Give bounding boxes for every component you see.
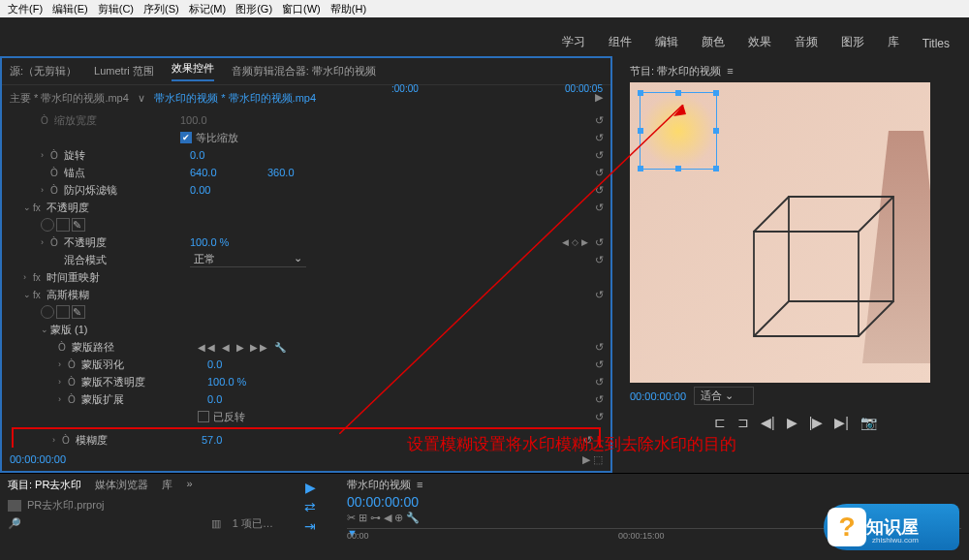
chevron-right-icon[interactable]: › bbox=[58, 377, 68, 387]
search-icon[interactable]: 🔎 bbox=[8, 517, 21, 530]
blend-mode-dropdown[interactable]: 正常⌄ bbox=[190, 252, 306, 267]
reset-icon[interactable]: ↺ bbox=[591, 114, 607, 127]
tab-mixer[interactable]: 音频剪辑混合器: 带水印的视频 bbox=[232, 64, 376, 78]
tab-media-browser[interactable]: 媒体浏览器 bbox=[95, 478, 148, 492]
ripple-tool-icon[interactable]: ⇄ bbox=[300, 499, 320, 514]
tab-project[interactable]: 项目: PR去水印 bbox=[8, 478, 81, 492]
tab-learn[interactable]: 学习 bbox=[550, 28, 597, 56]
tab-color[interactable]: 颜色 bbox=[690, 28, 736, 56]
tab-audio[interactable]: 音频 bbox=[783, 28, 829, 56]
filter-icon[interactable]: ▥ bbox=[211, 517, 221, 530]
chevron-right-icon[interactable]: › bbox=[41, 185, 50, 195]
pen-mask-icon[interactable]: ✎ bbox=[72, 305, 85, 319]
stopwatch-icon[interactable]: Ò bbox=[62, 435, 76, 446]
menu-help[interactable]: 帮助(H) bbox=[327, 2, 370, 16]
stopwatch-icon[interactable]: Ò bbox=[58, 342, 72, 353]
zoom-fit-dropdown[interactable]: 适合 ⌄ bbox=[694, 387, 754, 405]
end-icon[interactable]: ▶| bbox=[834, 415, 849, 430]
tab-editing[interactable]: 编辑 bbox=[643, 28, 690, 56]
stopwatch-icon[interactable]: Ò bbox=[68, 359, 81, 370]
fx-badge-icon[interactable]: fx bbox=[33, 290, 47, 300]
flicker-value[interactable]: 0.00 bbox=[190, 184, 267, 196]
rate-stretch-icon[interactable]: ⇥ bbox=[300, 518, 320, 534]
selection-tool-icon[interactable]: ▶ bbox=[300, 480, 320, 495]
current-time[interactable]: 00:00:00:00 bbox=[10, 453, 66, 465]
next-keyframe-icon[interactable]: ▶ bbox=[581, 237, 591, 247]
reset-icon[interactable]: ↺ bbox=[591, 149, 607, 162]
stopwatch-icon[interactable]: Ò bbox=[68, 377, 81, 388]
reset-icon[interactable]: ↺ bbox=[591, 236, 607, 249]
reset-icon[interactable]: ↺ bbox=[591, 289, 607, 301]
tab-libraries[interactable]: 库 bbox=[162, 478, 172, 492]
step-back-icon[interactable]: ◀| bbox=[761, 415, 775, 430]
menu-window[interactable]: 窗口(W) bbox=[278, 2, 325, 16]
menu-file[interactable]: 文件(F) bbox=[4, 2, 47, 16]
reset-icon[interactable]: ↺ bbox=[591, 202, 607, 214]
mark-in-icon[interactable]: ⊏ bbox=[714, 415, 726, 430]
tab-effect-controls[interactable]: 效果控件 bbox=[172, 61, 214, 81]
mask-feather-value[interactable]: 0.0 bbox=[207, 358, 285, 370]
reset-icon[interactable]: ↺ bbox=[591, 132, 607, 144]
rect-mask-icon[interactable] bbox=[56, 305, 70, 319]
mask-tracking-controls[interactable]: ◀◀ ◀ ▶ ▶▶ 🔧 bbox=[198, 342, 288, 353]
reset-icon[interactable]: ↺ bbox=[591, 254, 607, 266]
anchor-y[interactable]: 360.0 bbox=[267, 167, 345, 178]
tab-effects[interactable]: 效果 bbox=[736, 28, 783, 56]
chevron-right-icon[interactable]: › bbox=[58, 394, 68, 404]
chevron-down-icon[interactable]: ⌄ bbox=[23, 202, 33, 212]
chevron-right-icon[interactable]: › bbox=[52, 435, 62, 445]
stopwatch-icon[interactable]: Ò bbox=[68, 394, 81, 405]
blurriness-value[interactable]: 57.0 bbox=[202, 434, 279, 446]
mark-out-icon[interactable]: ⊐ bbox=[737, 415, 749, 430]
rotation-value[interactable]: 0.0 bbox=[190, 149, 267, 161]
reset-icon[interactable]: ↺ bbox=[591, 411, 607, 423]
program-monitor[interactable] bbox=[630, 82, 930, 383]
chevron-down-icon[interactable]: ⌄ bbox=[41, 325, 50, 334]
tab-titles[interactable]: Titles bbox=[911, 31, 961, 56]
uniform-scale-checkbox[interactable]: ✔ bbox=[180, 132, 192, 143]
menu-graphics[interactable]: 图形(G) bbox=[232, 2, 276, 16]
ellipse-mask-icon[interactable] bbox=[41, 305, 54, 319]
tab-library[interactable]: 库 bbox=[876, 28, 911, 56]
chevron-right-icon[interactable]: › bbox=[58, 359, 68, 369]
play-icon[interactable]: ▶ bbox=[787, 415, 797, 430]
stopwatch-icon[interactable]: Ò bbox=[50, 168, 64, 178]
menu-clip[interactable]: 剪辑(C) bbox=[94, 2, 138, 16]
pen-mask-icon[interactable]: ✎ bbox=[72, 218, 85, 232]
step-fwd-icon[interactable]: |▶ bbox=[809, 415, 824, 430]
reset-icon[interactable]: ↺ bbox=[591, 184, 607, 197]
export-frame-icon[interactable]: 📷 bbox=[860, 415, 877, 430]
program-time[interactable]: 00:00:00:00 bbox=[630, 390, 686, 402]
reset-icon[interactable]: ↺ bbox=[591, 358, 607, 371]
keyframe-icon[interactable]: ◇ bbox=[572, 237, 581, 247]
mask-expand-value[interactable]: 0.0 bbox=[207, 393, 285, 405]
chevron-right-icon[interactable]: › bbox=[41, 237, 50, 247]
stopwatch-icon[interactable]: Ò bbox=[41, 115, 54, 126]
chevron-down-icon[interactable]: ⌄ bbox=[23, 290, 33, 299]
tab-lumetri[interactable]: Lumetri 范围 bbox=[94, 64, 154, 78]
opacity-value[interactable]: 100.0 % bbox=[190, 236, 267, 248]
inverted-checkbox[interactable] bbox=[198, 411, 209, 422]
mask-opacity-value[interactable]: 100.0 % bbox=[207, 376, 285, 388]
stopwatch-icon[interactable]: Ò bbox=[50, 237, 64, 248]
chevron-right-icon[interactable]: › bbox=[23, 272, 33, 282]
tab-graphics[interactable]: 图形 bbox=[829, 28, 876, 56]
stopwatch-icon[interactable]: Ò bbox=[50, 185, 64, 196]
panel-menu-icon[interactable]: » bbox=[186, 478, 192, 492]
anchor-x[interactable]: 640.0 bbox=[190, 167, 267, 178]
tab-source[interactable]: 源:（无剪辑） bbox=[10, 64, 77, 78]
menu-edit[interactable]: 编辑(E) bbox=[48, 2, 92, 16]
stopwatch-icon[interactable]: Ò bbox=[50, 150, 64, 161]
mask-selection[interactable] bbox=[640, 92, 717, 170]
reset-icon[interactable]: ↺ bbox=[591, 341, 607, 354]
reset-icon[interactable]: ↺ bbox=[591, 167, 607, 179]
tab-assembly[interactable]: 组件 bbox=[597, 28, 643, 56]
rect-mask-icon[interactable] bbox=[56, 218, 70, 232]
menu-sequence[interactable]: 序列(S) bbox=[140, 2, 183, 16]
chevron-right-icon[interactable]: › bbox=[41, 150, 50, 160]
reset-icon[interactable]: ↺ bbox=[591, 393, 607, 406]
ellipse-mask-icon[interactable] bbox=[41, 218, 54, 232]
fx-badge-icon[interactable]: fx bbox=[33, 202, 47, 213]
menu-marker[interactable]: 标记(M) bbox=[185, 2, 231, 16]
prev-keyframe-icon[interactable]: ◀ bbox=[562, 237, 572, 247]
